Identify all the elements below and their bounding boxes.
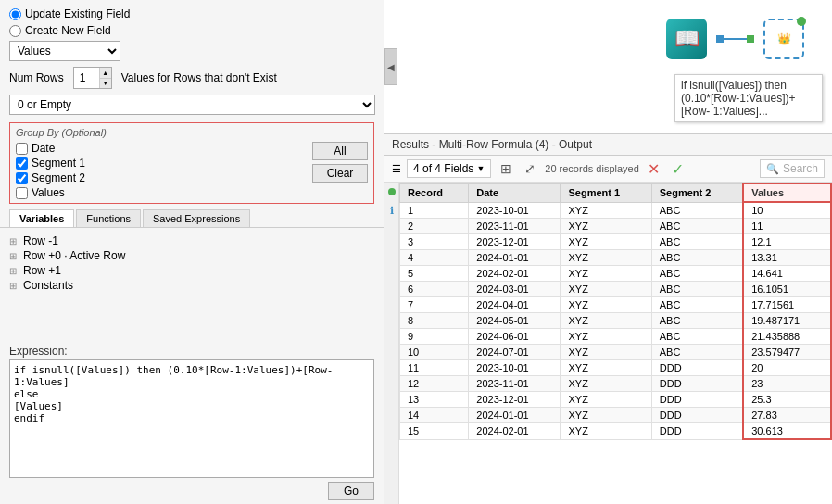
table-row: 92024-06-01XYZABC21.435888 <box>400 329 832 345</box>
radio-create-new[interactable]: Create New Field <box>9 24 374 37</box>
go-button[interactable]: Go <box>328 482 374 500</box>
tree-item-constants[interactable]: ⊞ Constants <box>9 278 374 293</box>
checkbox-segment1[interactable]: Segment 1 <box>16 157 85 170</box>
toolbar-icon-expand[interactable]: ⤢ <box>521 159 539 178</box>
results-header-text: Results - Multi-Row Formula (4) - Output <box>392 138 592 151</box>
group-by-section: Group By (Optional) Date Segment 1 Segme… <box>9 122 374 204</box>
results-body: ℹ Record Date Segment 1 Segment 2 Values <box>384 183 832 504</box>
checkbox-date-input[interactable] <box>16 143 28 155</box>
th-date: Date <box>469 183 561 202</box>
cell-10-1: 2023-10-01 <box>469 360 561 376</box>
cell-12-4: 25.3 <box>743 392 831 408</box>
tree-item-row-plus1[interactable]: ⊞ Row +1 <box>9 263 374 278</box>
expand-icon-row-active: ⊞ <box>9 251 20 261</box>
tab-functions[interactable]: Functions <box>76 209 141 227</box>
info-icon[interactable]: ℹ <box>385 204 398 217</box>
cell-3-2: XYZ <box>561 250 651 266</box>
connector-dot-left-1 <box>716 35 724 43</box>
cell-8-1: 2024-06-01 <box>469 329 561 345</box>
toolbar-icon-grid[interactable]: ⊞ <box>497 159 515 178</box>
radio-update-existing-input[interactable] <box>9 8 21 20</box>
checkbox-date[interactable]: Date <box>16 142 85 155</box>
cell-5-2: XYZ <box>561 282 651 297</box>
connector-line-1 <box>724 38 747 40</box>
cell-2-3: ABC <box>651 234 743 250</box>
results-header: Results - Multi-Row Formula (4) - Output <box>384 134 832 156</box>
search-area[interactable]: 🔍 Search <box>760 159 825 178</box>
confirm-results-button[interactable]: ✓ <box>669 159 687 178</box>
checkbox-segment2-label: Segment 2 <box>32 171 85 184</box>
checkbox-date-label: Date <box>32 142 55 155</box>
tree-label-row-plus1: Row +1 <box>23 264 61 277</box>
checkbox-values-input[interactable] <box>16 187 28 199</box>
tab-saved-expressions[interactable]: Saved Expressions <box>143 209 250 227</box>
cell-0-1: 2023-10-01 <box>469 202 561 219</box>
table-row: 122023-11-01XYZDDD23 <box>400 376 832 392</box>
cell-12-3: DDD <box>651 392 743 408</box>
spinner-up[interactable]: ▲ <box>100 68 111 78</box>
cell-10-0: 11 <box>400 360 469 376</box>
table-row: 152024-02-01XYZDDD30.613 <box>400 423 832 440</box>
records-badge: 20 records displayed <box>545 163 639 174</box>
table-row: 12023-10-01XYZABC10 <box>400 202 832 219</box>
collapse-button[interactable]: ◀ <box>384 48 397 85</box>
cell-5-3: ABC <box>651 282 743 297</box>
fields-select[interactable]: 4 of 4 Fields ▼ <box>407 159 491 178</box>
cell-2-4: 12.1 <box>743 234 831 250</box>
table-row: 72024-04-01XYZABC17.71561 <box>400 297 832 313</box>
node-formula-wrapper: 👑 <box>763 19 804 59</box>
all-button[interactable]: All <box>312 142 368 160</box>
cell-0-4: 10 <box>743 202 831 219</box>
results-section: Results - Multi-Row Formula (4) - Output… <box>384 134 832 504</box>
cell-0-2: XYZ <box>561 202 651 219</box>
node-book[interactable]: 📖 <box>666 19 707 59</box>
tree-item-row-active[interactable]: ⊞ Row +0 · Active Row <box>9 248 374 263</box>
connector-1 <box>716 35 754 43</box>
cell-7-2: XYZ <box>561 313 651 329</box>
clear-button[interactable]: Clear <box>312 164 368 183</box>
cell-14-2: XYZ <box>561 423 651 440</box>
left-panel: Update Existing Field Create New Field V… <box>0 0 384 504</box>
cell-6-2: XYZ <box>561 297 651 313</box>
cell-7-4: 19.487171 <box>743 313 831 329</box>
cell-9-1: 2024-07-01 <box>469 345 561 360</box>
tree-item-row-minus1[interactable]: ⊞ Row -1 <box>9 233 374 248</box>
th-values: Values <box>743 183 831 202</box>
num-rows-input-wrapper: ▲ ▼ <box>73 67 112 89</box>
spinner-down[interactable]: ▼ <box>100 78 111 89</box>
cell-1-2: XYZ <box>561 219 651 234</box>
field-select[interactable]: Values Date Segment 1 Segment 2 <box>9 41 120 61</box>
checkbox-segment2[interactable]: Segment 2 <box>16 171 85 184</box>
group-by-checkbox-list: Date Segment 1 Segment 2 Values <box>16 142 85 199</box>
checkbox-values[interactable]: Values <box>16 186 85 199</box>
active-dot <box>388 188 396 195</box>
checkbox-segment1-input[interactable] <box>16 158 28 170</box>
formula-tooltip-text: if isnull([Values]) then (0.10*[Row-1:Va… <box>681 79 796 118</box>
cell-14-0: 15 <box>400 423 469 440</box>
close-results-button[interactable]: ✕ <box>645 159 663 178</box>
expression-label: Expression: <box>9 345 374 358</box>
table-row: 132023-12-01XYZDDD25.3 <box>400 392 832 408</box>
th-segment1: Segment 1 <box>561 183 651 202</box>
checkbox-segment2-input[interactable] <box>16 172 28 184</box>
radio-update-existing[interactable]: Update Existing Field <box>9 7 374 20</box>
results-left-sidebar: ℹ <box>384 183 399 504</box>
values-no-exist-select[interactable]: 0 or Empty Null Previous Row <box>9 94 375 115</box>
tree-label-row-active: Row +0 · Active Row <box>23 249 125 262</box>
cell-13-3: DDD <box>651 408 743 423</box>
table-header: Record Date Segment 1 Segment 2 Values <box>400 183 832 202</box>
table-row: 42024-01-01XYZABC13.31 <box>400 250 832 266</box>
cell-6-1: 2024-04-01 <box>469 297 561 313</box>
sidebar-toggle-icon[interactable]: ☰ <box>392 163 401 175</box>
tab-variables[interactable]: Variables <box>9 209 74 227</box>
radio-create-new-input[interactable] <box>9 25 21 37</box>
cell-13-2: XYZ <box>561 408 651 423</box>
cell-11-4: 23 <box>743 376 831 392</box>
cell-13-1: 2024-01-01 <box>469 408 561 423</box>
node-formula[interactable]: 👑 <box>763 19 804 59</box>
cell-7-3: ABC <box>651 313 743 329</box>
cell-12-1: 2023-12-01 <box>469 392 561 408</box>
expression-textarea[interactable]: if isnull([Values]) then (0.10*[Row-1:Va… <box>9 359 374 478</box>
checkbox-values-label: Values <box>32 186 65 199</box>
cell-12-0: 13 <box>400 392 469 408</box>
